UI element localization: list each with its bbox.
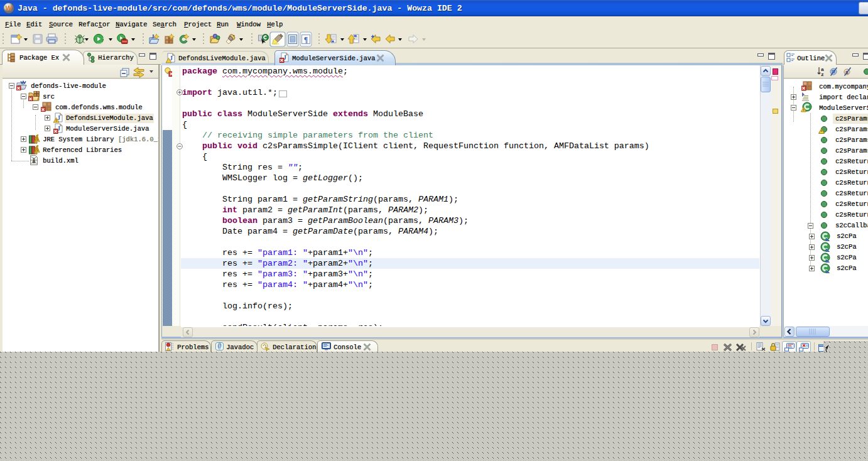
svg-text:!: ! — [803, 108, 805, 112]
svg-text:!: ! — [56, 119, 57, 122]
svg-text:z: z — [821, 72, 824, 77]
svg-text:¶: ¶ — [304, 35, 308, 44]
svg-text:W: W — [6, 4, 13, 12]
